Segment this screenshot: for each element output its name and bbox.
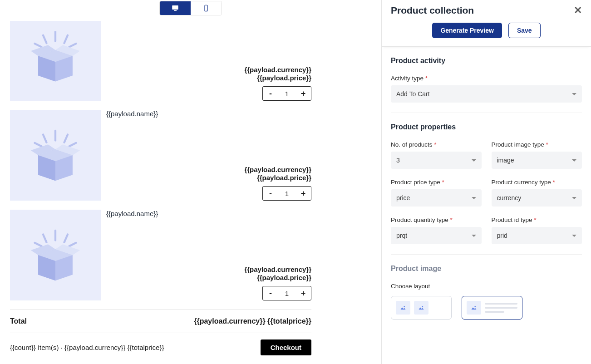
chevron-down-icon	[472, 159, 476, 162]
choose-layout-label: Choose layout	[391, 283, 582, 290]
section-product-image: Product image Choose layout	[391, 255, 582, 330]
package-placeholder-icon	[26, 126, 85, 185]
product-row: {{payload.name}} {{payload.currency}} {{…	[10, 110, 311, 201]
svg-line-18	[69, 143, 76, 147]
product-price: {{payload.currency}} {{payload.price}}	[244, 66, 311, 83]
device-toggle	[159, 1, 222, 15]
quantity-stepper[interactable]: - 1 +	[262, 186, 311, 201]
quantity-type-label: Product quantity type *	[391, 216, 482, 223]
svg-line-28	[69, 243, 76, 246]
image-icon	[471, 305, 477, 310]
qty-decrease-button[interactable]: -	[263, 87, 278, 100]
product-price: {{payload.currency}} {{payload.price}}	[244, 166, 311, 183]
mobile-view-button[interactable]	[191, 1, 222, 15]
section-product-properties: Product properties No. of products * 3 P…	[391, 113, 582, 255]
price-type-label: Product price type *	[391, 179, 482, 186]
image-type-label: Product image type *	[492, 141, 582, 148]
section-title: Product activity	[391, 57, 582, 65]
image-type-select[interactable]: image	[492, 152, 582, 169]
svg-line-17	[35, 143, 42, 147]
svg-line-27	[35, 243, 42, 246]
svg-point-36	[474, 306, 476, 307]
section-product-activity: Product activity Activity type * Add To …	[391, 47, 582, 113]
product-row: {{payload.name}} {{payload.currency}} {{…	[10, 210, 311, 300]
activity-type-label: Activity type *	[391, 75, 582, 82]
svg-point-3	[206, 10, 206, 10]
desktop-icon	[171, 4, 179, 12]
num-products-label: No. of products *	[391, 141, 482, 148]
image-icon	[418, 305, 424, 310]
image-icon	[400, 305, 406, 310]
chevron-down-icon	[572, 235, 576, 237]
qty-value: 1	[278, 90, 296, 98]
chevron-down-icon	[572, 93, 576, 95]
save-button[interactable]: Save	[508, 23, 541, 38]
layout-option-grid[interactable]	[391, 296, 452, 320]
product-thumbnail	[10, 21, 101, 101]
svg-point-35	[422, 306, 423, 307]
product-row: {{payload.currency}} {{payload.price}} -…	[10, 21, 311, 101]
product-name: {{payload.name}}	[106, 210, 311, 217]
generate-preview-button[interactable]: Generate Preview	[432, 23, 502, 38]
svg-line-7	[35, 44, 42, 47]
section-title: Product properties	[391, 123, 582, 131]
activity-type-select[interactable]: Add To Cart	[391, 85, 582, 103]
total-row: Total {{payload.currency}} {{totalprice}…	[10, 310, 311, 333]
qty-decrease-button[interactable]: -	[263, 286, 278, 300]
qty-increase-button[interactable]: +	[296, 187, 311, 200]
svg-line-15	[43, 135, 47, 143]
qty-decrease-button[interactable]: -	[263, 187, 278, 200]
cart-footer: {{count}} Item(s) · {{payload.currency}}…	[10, 333, 311, 362]
package-placeholder-icon	[26, 31, 85, 90]
quantity-stepper[interactable]: - 1 +	[262, 286, 311, 300]
chevron-down-icon	[472, 235, 476, 237]
settings-panel: Product collection ✕ Generate Preview Sa…	[382, 0, 591, 364]
svg-line-26	[64, 235, 68, 242]
chevron-down-icon	[572, 197, 576, 199]
chevron-down-icon	[572, 159, 576, 162]
section-title: Product image	[391, 265, 582, 273]
chevron-down-icon	[472, 197, 476, 199]
product-thumbnail	[10, 110, 101, 201]
currency-type-label: Product currency type *	[492, 179, 582, 186]
price-type-select[interactable]: price	[391, 189, 482, 207]
qty-value: 1	[278, 190, 296, 197]
close-icon[interactable]: ✕	[574, 5, 582, 16]
svg-line-6	[64, 35, 68, 43]
preview-pane: {{payload.currency}} {{payload.price}} -…	[0, 0, 382, 364]
total-value: {{payload.currency}} {{totalprice}}	[194, 317, 311, 325]
id-type-select[interactable]: prid	[492, 227, 582, 244]
svg-line-25	[43, 235, 47, 242]
svg-rect-0	[172, 5, 178, 10]
checkout-button[interactable]: Checkout	[261, 339, 311, 355]
svg-rect-1	[174, 10, 177, 11]
product-name: {{payload.name}}	[106, 110, 311, 118]
desktop-view-button[interactable]	[160, 1, 191, 15]
svg-line-16	[64, 135, 68, 143]
svg-point-34	[404, 306, 405, 307]
svg-line-5	[43, 35, 47, 43]
qty-value: 1	[278, 290, 296, 297]
footer-summary: {{count}} Item(s) · {{payload.currency}}…	[10, 344, 164, 351]
id-type-label: Product id type *	[492, 216, 582, 223]
preview-canvas: {{payload.currency}} {{payload.price}} -…	[0, 21, 322, 364]
quantity-type-select[interactable]: prqt	[391, 227, 482, 244]
panel-title: Product collection	[391, 5, 474, 16]
currency-type-select[interactable]: currency	[492, 189, 582, 207]
num-products-select[interactable]: 3	[391, 152, 482, 169]
product-price: {{payload.currency}} {{payload.price}}	[244, 266, 311, 283]
quantity-stepper[interactable]: - 1 +	[262, 86, 311, 101]
qty-increase-button[interactable]: +	[296, 87, 311, 100]
mobile-icon	[202, 4, 210, 12]
package-placeholder-icon	[26, 226, 85, 285]
product-thumbnail	[10, 210, 101, 300]
layout-option-list[interactable]	[462, 296, 522, 320]
total-label: Total	[10, 317, 27, 325]
svg-line-8	[69, 44, 76, 47]
qty-increase-button[interactable]: +	[296, 286, 311, 300]
